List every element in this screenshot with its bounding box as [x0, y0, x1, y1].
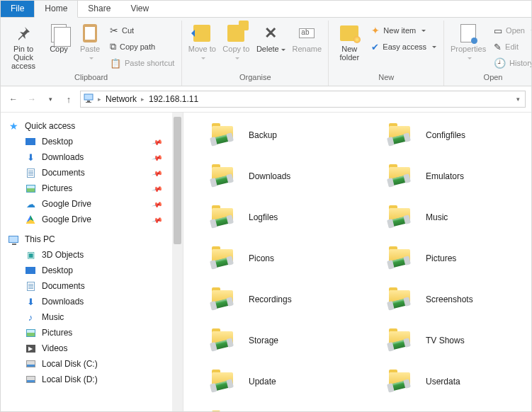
- sidebar-item-downloads[interactable]: ⬇Downloads📌: [1, 149, 183, 165]
- network-folder-icon: [210, 287, 236, 311]
- sidebar-this-pc[interactable]: This PC: [1, 231, 183, 247]
- tab-view[interactable]: View: [120, 1, 159, 17]
- folder-name: Recordings: [249, 294, 292, 304]
- sidebar-item-label: Desktop: [42, 265, 73, 275]
- pin-icon: 📌: [152, 198, 163, 210]
- sidebar-item-local-disk-d-[interactable]: Local Disk (D:): [1, 372, 183, 387]
- folder-name: Logfiles: [249, 212, 278, 222]
- folder-storage[interactable]: Storage: [210, 328, 387, 353]
- edit-label: Edit: [505, 42, 519, 51]
- folder-name: Update: [249, 377, 276, 387]
- tab-share[interactable]: Share: [78, 1, 120, 17]
- rename-label: Rename: [293, 45, 322, 53]
- properties-icon: [458, 23, 478, 43]
- sidebar-item-videos[interactable]: ▶Videos: [1, 341, 183, 356]
- nav-forward-button[interactable]: →: [25, 92, 39, 106]
- rename-button[interactable]: Rename: [290, 22, 324, 53]
- edit-button[interactable]: ✎Edit: [491, 40, 532, 54]
- sidebar-item-3d-objects[interactable]: ▣3D Objects: [1, 247, 183, 263]
- paste-shortcut-button[interactable]: 📋Paste shortcut: [107, 56, 177, 70]
- folder-music[interactable]: Music: [387, 205, 531, 230]
- sidebar-item-label: Google Drive: [42, 199, 91, 209]
- chevron-right-icon: ▸: [140, 96, 146, 103]
- sidebar-item-google-drive[interactable]: ☁Google Drive📌: [1, 196, 183, 212]
- folder-emulators[interactable]: Emulators: [387, 164, 531, 189]
- sidebar-scrollbar[interactable]: [172, 113, 183, 411]
- desktop-icon: [25, 136, 36, 147]
- nav-back-button[interactable]: ←: [6, 92, 21, 106]
- sidebar-item-label: Music: [42, 312, 64, 322]
- folder-tv-shows[interactable]: TV Shows: [387, 328, 531, 353]
- sidebar-item-local-disk-c-[interactable]: Local Disk (C:): [1, 356, 183, 372]
- navigation-sidebar[interactable]: ★ Quick access Desktop📌⬇Downloads📌Docume…: [1, 113, 183, 411]
- sidebar-item-documents[interactable]: Documents📌: [1, 165, 183, 181]
- folder-name: Pictures: [426, 253, 456, 263]
- sidebar-scrollbar-thumb[interactable]: [174, 117, 181, 244]
- folder-recordings[interactable]: Recordings: [210, 287, 387, 312]
- document-icon: [25, 280, 36, 292]
- folder-userdata[interactable]: Userdata: [387, 369, 531, 394]
- sidebar-item-documents[interactable]: Documents: [1, 278, 183, 294]
- folder-name: Music: [426, 212, 448, 222]
- folder-name: Configfiles: [426, 130, 465, 140]
- content-pane[interactable]: BackupConfigfilesDownloadsEmulatorsLogfi…: [183, 113, 531, 411]
- properties-button[interactable]: Properties: [448, 22, 488, 62]
- sidebar-item-desktop[interactable]: Desktop📌: [1, 134, 183, 149]
- folder-logfiles[interactable]: Logfiles: [210, 205, 387, 230]
- folder-name: Screenshots: [426, 294, 473, 304]
- folder-update[interactable]: Update: [210, 369, 387, 394]
- tab-file[interactable]: File: [1, 1, 34, 17]
- folder-videos[interactable]: Videos: [210, 410, 387, 411]
- history-button[interactable]: 🕘History: [491, 56, 532, 70]
- sidebar-item-google-drive[interactable]: Google Drive📌: [1, 212, 183, 227]
- rename-icon: [297, 23, 317, 43]
- nav-recent-button[interactable]: ▾: [43, 92, 57, 106]
- crumb-host[interactable]: 192.168.1.11: [146, 94, 201, 104]
- group-new-label: New: [378, 71, 394, 84]
- folder-name: TV Shows: [426, 336, 465, 345]
- disk-icon: [25, 374, 36, 385]
- disk-icon: [25, 358, 36, 370]
- folder-picons[interactable]: Picons: [210, 246, 387, 271]
- move-to-button[interactable]: Move to: [186, 22, 217, 62]
- folder-backup[interactable]: Backup: [210, 122, 387, 148]
- ribbon: Pin to Quick access Copy Paste ✂Cut ⧉Cop…: [1, 18, 531, 86]
- copy-button[interactable]: Copy: [45, 22, 73, 53]
- network-folder-icon: [210, 370, 236, 394]
- copy-path-button[interactable]: ⧉Copy path: [107, 40, 177, 54]
- sidebar-item-downloads[interactable]: ⬇Downloads: [1, 294, 183, 309]
- folder-downloads[interactable]: Downloads: [210, 164, 387, 189]
- copy-to-label: Copy to: [222, 45, 250, 62]
- new-folder-button[interactable]: New folder: [333, 22, 366, 62]
- nav-up-button[interactable]: ↑: [62, 92, 76, 106]
- folder-screenshots[interactable]: Screenshots: [387, 287, 531, 312]
- network-icon: [84, 93, 96, 105]
- folder-configfiles[interactable]: Configfiles: [387, 122, 531, 148]
- open-button[interactable]: ▭Open: [491, 23, 532, 38]
- music-icon: ♪: [25, 311, 36, 323]
- sidebar-quick-access[interactable]: ★ Quick access: [1, 118, 183, 134]
- sidebar-item-desktop[interactable]: Desktop: [1, 263, 183, 278]
- address-bar[interactable]: ▸ Network ▸ 192.168.1.11 ▾: [80, 91, 526, 108]
- address-dropdown-button[interactable]: ▾: [512, 96, 523, 103]
- paste-button[interactable]: Paste: [76, 22, 104, 62]
- delete-label: Delete: [256, 45, 285, 53]
- pin-icon: 📌: [152, 167, 163, 178]
- easy-access-button[interactable]: ✔Easy access: [368, 40, 439, 54]
- paste-shortcut-label: Paste shortcut: [125, 59, 174, 67]
- sidebar-item-pictures[interactable]: Pictures📌: [1, 181, 183, 196]
- cut-button[interactable]: ✂Cut: [107, 23, 177, 38]
- sidebar-item-music[interactable]: ♪Music: [1, 309, 183, 325]
- folder-pictures[interactable]: Pictures: [387, 246, 531, 271]
- sidebar-item-label: Pictures: [42, 183, 72, 193]
- crumb-network[interactable]: Network: [103, 94, 140, 104]
- copy-to-button[interactable]: Copy to: [220, 22, 251, 62]
- ribbon-tabs: File Home Share View: [1, 1, 531, 18]
- tab-home[interactable]: Home: [34, 0, 78, 18]
- sidebar-item-pictures[interactable]: Pictures: [1, 325, 183, 341]
- sidebar-item-label: Local Disk (D:): [42, 374, 98, 384]
- pin-to-quick-access-button[interactable]: Pin to Quick access: [5, 22, 42, 70]
- delete-button[interactable]: ✕ Delete: [254, 22, 287, 53]
- folder-name: Backup: [249, 130, 277, 140]
- new-item-button[interactable]: ✦New item: [368, 23, 439, 38]
